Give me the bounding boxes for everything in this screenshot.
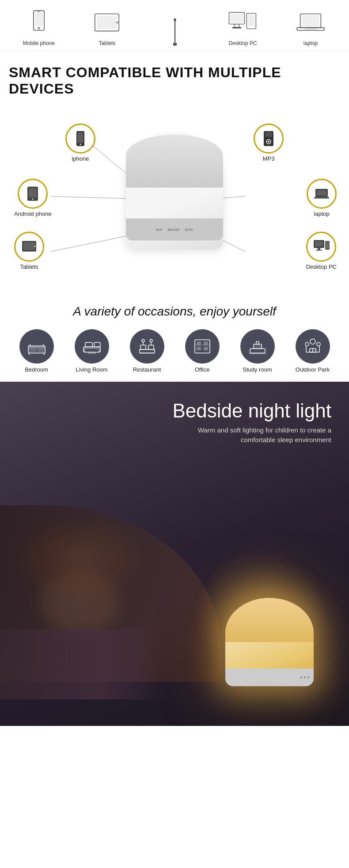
office-icon — [192, 336, 212, 357]
iphone-icon — [71, 129, 90, 148]
bedside-description: Warm and soft lighting for children to c… — [181, 425, 331, 445]
svg-rect-5 — [97, 16, 117, 29]
svg-point-2 — [38, 27, 40, 29]
mp3-label: MP3 — [263, 155, 275, 162]
svg-point-86 — [317, 342, 320, 346]
svg-rect-83 — [256, 342, 259, 344]
desktop-diagram-icon — [312, 237, 330, 256]
port-aux: AUX — [156, 228, 162, 231]
compatible-heading-section: SMART COMPATIBLE WITH MULTIPLE DEVICES — [0, 51, 349, 101]
svg-rect-79 — [250, 349, 265, 353]
occasion-living: Living Room — [68, 329, 116, 373]
svg-rect-13 — [232, 27, 241, 29]
device-laptop: laptop — [295, 9, 326, 46]
svg-rect-52 — [29, 349, 36, 352]
desktop-icon — [228, 9, 258, 38]
svg-rect-54 — [28, 353, 30, 355]
iphone-circle — [65, 124, 95, 154]
port-microsd: MicroSD — [167, 228, 179, 231]
bedside-speaker-body — [225, 598, 314, 686]
svg-rect-61 — [99, 349, 100, 352]
port-dot-1 — [300, 676, 302, 678]
svg-rect-81 — [254, 345, 261, 348]
port-dc: DC5V — [185, 228, 193, 231]
svg-rect-62 — [88, 352, 96, 354]
bedroom-label: Bedroom — [25, 366, 48, 373]
office-circle — [185, 329, 220, 364]
svg-rect-53 — [37, 349, 44, 352]
svg-rect-75 — [204, 342, 208, 345]
svg-rect-64 — [94, 342, 100, 347]
compatibility-diagram: iphone MP3 Android phone — [0, 101, 349, 291]
bedside-text-overlay: Bedside night light Warm and soft lighti… — [172, 399, 331, 445]
mp3-circle — [254, 124, 284, 154]
tablets-diagram-icon — [20, 237, 38, 256]
occasion-restaurant: Restaurant — [123, 329, 171, 373]
device-cable — [159, 18, 190, 46]
node-iphone: iphone — [65, 124, 95, 162]
svg-rect-40 — [314, 197, 329, 199]
study-circle — [240, 329, 275, 364]
svg-rect-66 — [140, 345, 146, 349]
laptop-label: laptop — [314, 210, 329, 217]
restaurant-circle — [130, 329, 164, 364]
svg-rect-51 — [28, 346, 45, 349]
node-desktop: Desktop PC — [306, 232, 337, 270]
svg-rect-17 — [302, 15, 319, 26]
cable-icon — [159, 18, 190, 46]
device-laptop-label: laptop — [303, 40, 318, 46]
speaker-bottom: AUX MicroSD DC5V — [126, 218, 223, 240]
occasion-bedroom: Bedroom — [12, 329, 61, 373]
svg-rect-74 — [197, 342, 201, 345]
svg-rect-31 — [265, 132, 272, 137]
node-android: Android phone — [14, 179, 52, 217]
device-mobile-phone: Mobile phone — [23, 9, 55, 46]
laptop-circle — [307, 179, 337, 209]
mp3-icon — [259, 129, 278, 148]
occasion-study: Study room — [233, 329, 282, 373]
laptop-top-icon — [295, 9, 326, 38]
android-icon — [23, 184, 42, 203]
bedside-speaker-top — [225, 598, 314, 642]
occasion-office: Office — [178, 329, 227, 373]
svg-rect-76 — [197, 347, 201, 350]
svg-point-37 — [32, 199, 34, 200]
occasion-outdoor: Outdoor Park — [288, 329, 337, 373]
center-speaker: AUX MicroSD DC5V — [121, 135, 228, 258]
port-dot-2 — [304, 676, 306, 678]
outdoor-label: Outdoor Park — [296, 366, 330, 373]
occasions-section: A variety of occasions, enjoy yourself B… — [0, 296, 349, 382]
office-label: Office — [195, 366, 210, 373]
study-icon — [247, 336, 268, 357]
svg-rect-12 — [234, 24, 239, 27]
desktop-circle — [306, 232, 336, 262]
svg-rect-9 — [173, 43, 177, 46]
svg-line-22 — [51, 196, 130, 199]
restaurant-label: Restaurant — [133, 366, 161, 373]
node-mp3: MP3 — [254, 124, 284, 162]
svg-rect-46 — [318, 248, 320, 250]
living-icon — [82, 336, 102, 357]
svg-rect-11 — [230, 14, 243, 23]
svg-point-85 — [305, 342, 309, 346]
node-tablets: Tablets — [14, 232, 44, 270]
svg-point-6 — [117, 22, 118, 23]
device-mobile-phone-label: Mobile phone — [23, 40, 55, 46]
svg-point-43 — [34, 246, 36, 247]
tablets-label: Tablets — [20, 263, 38, 270]
speaker-body: AUX MicroSD DC5V — [126, 135, 223, 249]
svg-rect-19 — [305, 28, 316, 30]
svg-rect-27 — [77, 132, 83, 143]
android-label: Android phone — [14, 210, 52, 217]
device-tablet: Tablets — [91, 9, 122, 46]
devices-top-section: Mobile phone Tablets Desktop PC — [0, 0, 349, 51]
svg-rect-1 — [35, 12, 43, 26]
study-label: Study room — [243, 366, 272, 373]
svg-rect-7 — [174, 19, 176, 22]
living-circle — [75, 329, 109, 364]
restaurant-icon — [137, 336, 157, 357]
device-tablet-label: Tablets — [99, 40, 115, 46]
compatible-heading: SMART COMPATIBLE WITH MULTIPLE DEVICES — [9, 64, 340, 97]
svg-point-33 — [268, 141, 269, 143]
svg-rect-45 — [315, 241, 323, 247]
